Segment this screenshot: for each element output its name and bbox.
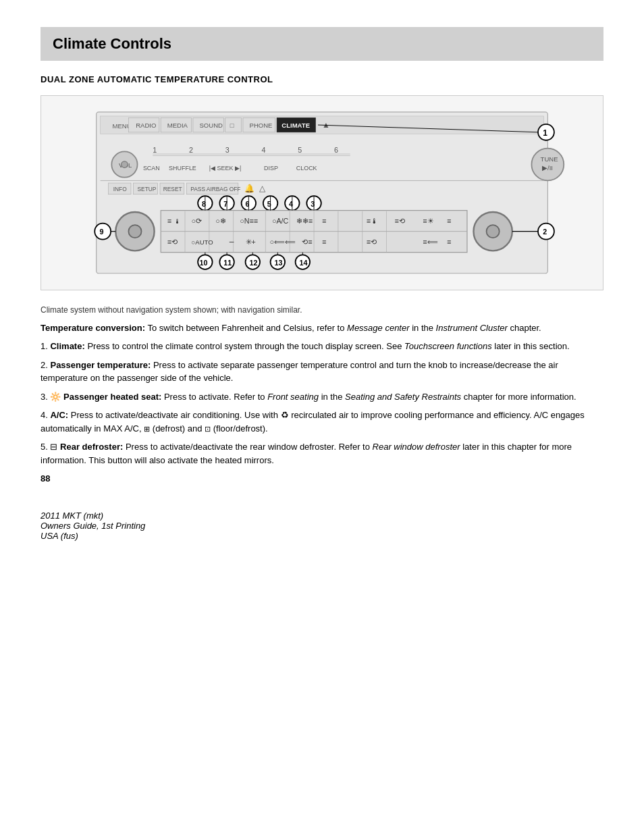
svg-text:3: 3 xyxy=(225,146,230,154)
svg-text:≡🌡: ≡🌡 xyxy=(367,217,378,225)
svg-text:RADIO: RADIO xyxy=(136,122,156,129)
svg-text:≡: ≡ xyxy=(167,217,171,225)
item-1-text2: later in this section. xyxy=(494,341,569,351)
item-4-label: A/C: xyxy=(50,410,68,420)
svg-text:≡: ≡ xyxy=(447,217,451,225)
svg-text:12: 12 xyxy=(250,259,258,267)
diagram-svg: MENU RADIO MEDIA SOUND □ PHONE CLIMATE ▲… xyxy=(48,104,596,282)
footer-line3: USA (fus) xyxy=(41,531,603,541)
svg-text:□: □ xyxy=(230,122,234,129)
svg-text:CLOCK: CLOCK xyxy=(296,165,317,172)
svg-text:6: 6 xyxy=(334,146,338,154)
svg-text:SOUND: SOUND xyxy=(199,122,223,129)
item-5-text: Press to activate/deactivate the rear wi… xyxy=(126,442,373,452)
item-4-text3: (floor/defrost). xyxy=(213,423,268,434)
svg-text:10: 10 xyxy=(199,259,207,267)
item-1: 1. Climate: Press to control the climate… xyxy=(41,340,603,353)
item-3-text3: chapter for more information. xyxy=(464,392,576,402)
svg-text:≡: ≡ xyxy=(322,217,326,225)
item-4-text2: (defrost) and xyxy=(153,423,205,434)
item-3-text: Press to activate. Refer to xyxy=(164,392,267,402)
item-3-label: Passenger heated seat: xyxy=(63,392,161,402)
svg-text:○AUTO: ○AUTO xyxy=(192,238,213,246)
item-1-text: Press to control the climate control sys… xyxy=(87,341,404,351)
item-4-text: Press to activate/deactivate air conditi… xyxy=(41,410,585,434)
svg-text:MEDIA: MEDIA xyxy=(167,122,188,129)
svg-text:4: 4 xyxy=(261,146,265,154)
item-5-label: Rear defroster: xyxy=(60,442,123,452)
temp-conversion-para: Temperature conversion: To switch betwee… xyxy=(41,321,603,335)
svg-text:🌡: 🌡 xyxy=(174,217,181,225)
caption-text: Climate system without navigation system… xyxy=(41,305,302,315)
svg-text:○❄: ○❄ xyxy=(215,217,225,225)
svg-text:△: △ xyxy=(259,184,266,193)
footer: 2011 MKT (mkt) Owners Guide, 1st Printin… xyxy=(41,497,603,541)
svg-point-96 xyxy=(487,225,500,238)
page-title: Climate Controls xyxy=(53,35,591,53)
svg-text:–: – xyxy=(230,237,234,246)
svg-text:≡: ≡ xyxy=(322,238,326,246)
item-4-icon1: ⊞ xyxy=(144,425,150,433)
svg-text:≡☀: ≡☀ xyxy=(423,217,433,225)
svg-text:2: 2 xyxy=(543,228,547,236)
temp-conversion-text3: chapter. xyxy=(510,323,541,333)
item-3: 3. 🔆 Passenger heated seat: Press to act… xyxy=(41,390,603,404)
section-header: Climate Controls xyxy=(41,27,603,61)
temp-conversion-text1: To switch between Fahrenheit and Celsius… xyxy=(147,323,344,333)
svg-text:🔔: 🔔 xyxy=(244,183,254,193)
item-1-italic: Touchscreen functions xyxy=(404,341,492,351)
temp-message-center: Message center xyxy=(347,323,410,333)
svg-text:1: 1 xyxy=(153,146,157,154)
section-subtitle: DUAL ZONE AUTOMATIC TEMPERATURE CONTROL xyxy=(41,74,603,84)
item-3-italic: Front seating xyxy=(267,392,319,402)
item-4: 4. A/C: Press to activate/deactivate air… xyxy=(41,409,603,435)
item-3-italic2: Seating and Safety Restraints xyxy=(345,392,461,402)
temp-conversion-label: Temperature conversion: xyxy=(41,323,145,333)
svg-text:|◀ SEEK ▶|: |◀ SEEK ▶| xyxy=(209,165,241,172)
svg-text:9: 9 xyxy=(99,228,103,236)
svg-text:RESET: RESET xyxy=(163,186,182,192)
svg-text:INFO: INFO xyxy=(113,186,127,192)
item-2-label: Passenger temperature: xyxy=(50,360,151,370)
item-1-label: Climate: xyxy=(50,341,84,351)
svg-point-28 xyxy=(122,161,128,168)
svg-text:≡⟸: ≡⟸ xyxy=(423,238,437,246)
temp-conversion-text2: in the xyxy=(412,323,433,333)
svg-text:2: 2 xyxy=(189,146,193,154)
svg-text:▲: ▲ xyxy=(322,120,330,130)
temp-instrument-cluster: Instrument Cluster xyxy=(436,323,508,333)
svg-text:○⟳: ○⟳ xyxy=(192,217,202,225)
item-2: 2. Passenger temperature: Press to activ… xyxy=(41,359,603,385)
svg-text:PHONE: PHONE xyxy=(250,122,273,129)
svg-text:SETUP: SETUP xyxy=(138,186,157,192)
svg-text:≡⟲: ≡⟲ xyxy=(367,238,377,246)
svg-text:▶/II: ▶/II xyxy=(542,164,553,172)
svg-text:1: 1 xyxy=(543,128,547,138)
svg-text:≡: ≡ xyxy=(447,238,451,246)
item-4-icon2: ⊡ xyxy=(205,425,211,433)
svg-text:⟲≡: ⟲≡ xyxy=(302,238,312,246)
item-3-icon: 🔆 xyxy=(50,392,61,402)
svg-text:11: 11 xyxy=(223,259,232,267)
diagram-caption: Climate system without navigation system… xyxy=(41,305,603,315)
item-5: 5. ⊟ Rear defroster: Press to activate/d… xyxy=(41,440,603,467)
item-3-text2: in the xyxy=(321,392,345,402)
svg-text:CLIMATE: CLIMATE xyxy=(281,122,310,129)
footer-line2: Owners Guide, 1st Printing xyxy=(41,521,603,531)
svg-text:○A/C: ○A/C xyxy=(272,217,289,225)
svg-text:5: 5 xyxy=(298,146,302,154)
svg-text:○N≡≡: ○N≡≡ xyxy=(240,217,258,225)
svg-text:SCAN: SCAN xyxy=(143,165,160,172)
svg-point-94 xyxy=(128,225,141,238)
svg-text:≡⟲: ≡⟲ xyxy=(167,238,178,246)
svg-text:PASS AIRBAG OFF: PASS AIRBAG OFF xyxy=(190,186,240,192)
svg-text:❄❄≡: ❄❄≡ xyxy=(296,217,313,225)
item-5-icon: ⊟ xyxy=(50,442,57,452)
svg-text:○⟸⟸: ○⟸⟸ xyxy=(269,238,295,246)
svg-text:✳+: ✳+ xyxy=(246,238,256,246)
svg-text:DISP: DISP xyxy=(264,165,278,172)
footer-line1: 2011 MKT (mkt) xyxy=(41,511,603,521)
svg-text:14: 14 xyxy=(300,259,308,267)
control-diagram: MENU RADIO MEDIA SOUND □ PHONE CLIMATE ▲… xyxy=(41,95,603,290)
svg-text:13: 13 xyxy=(275,259,283,267)
